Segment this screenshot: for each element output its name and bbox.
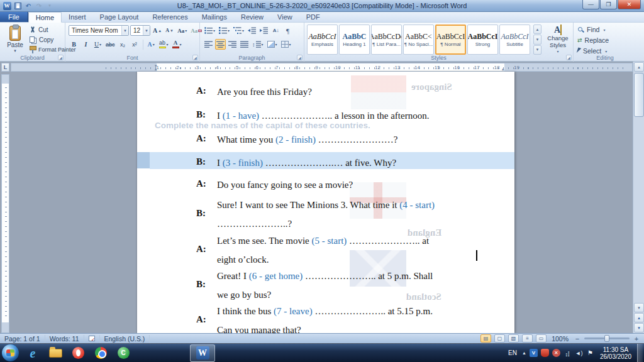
- zoom-in-button[interactable]: +: [633, 335, 640, 343]
- multilevel-list-button[interactable]: ▾: [232, 25, 245, 36]
- action-center-flag-icon[interactable]: ⚑: [586, 349, 594, 357]
- style-heading-1[interactable]: AaBbCHeading 1: [339, 25, 370, 55]
- unikey-icon[interactable]: V: [530, 349, 538, 357]
- scroll-up-button[interactable]: ▲: [634, 62, 644, 72]
- tab-mailings[interactable]: Mailings: [195, 12, 234, 22]
- document-page[interactable]: SingaporeComplete the names of the capit…: [137, 72, 514, 333]
- tab-file[interactable]: File: [0, 12, 28, 22]
- volume-icon[interactable]: ◄): [575, 349, 583, 357]
- opera-taskbar-icon[interactable]: [67, 344, 89, 362]
- ie-taskbar-icon[interactable]: e: [21, 344, 44, 362]
- hidden-icons-arrow[interactable]: ▲: [522, 351, 526, 355]
- word-logo-icon[interactable]: W: [3, 2, 11, 10]
- dialogue-text[interactable]: What time you (2 - finish) ……………………?: [217, 133, 507, 146]
- dialogue-text[interactable]: Do you fancy going to see a movie?: [217, 178, 507, 191]
- strikethrough-button[interactable]: abc: [104, 39, 116, 50]
- style-emphasis[interactable]: AaBbCcIEmphasis: [307, 25, 338, 55]
- zoom-slider-thumb[interactable]: [604, 335, 609, 342]
- start-button[interactable]: [2, 344, 19, 361]
- zoom-level[interactable]: 100%: [552, 335, 569, 343]
- clipboard-dialog-launcher[interactable]: ◢: [58, 55, 64, 60]
- scrollbar-thumb[interactable]: [634, 73, 644, 117]
- align-left-button[interactable]: [203, 39, 214, 50]
- language-status[interactable]: English (U.S.): [100, 335, 150, 343]
- dialogue-text[interactable]: I (1 - have) ………………….. a lesson in the a…: [217, 109, 507, 122]
- borders-button[interactable]: ▾: [280, 39, 292, 50]
- font-name-combo[interactable]: Times New Rom▼: [69, 25, 129, 36]
- show-desktop-button[interactable]: [637, 344, 643, 362]
- proofing-status[interactable]: [84, 335, 100, 343]
- close-button[interactable]: ✕: [618, 0, 641, 9]
- numbering-button[interactable]: ▾: [218, 25, 231, 36]
- shrink-font-button[interactable]: A▼: [164, 25, 175, 36]
- highlight-color-button[interactable]: ab▾: [158, 39, 170, 50]
- tab-insert[interactable]: Insert: [62, 12, 93, 22]
- change-styles-button[interactable]: A Change Styles ▾: [543, 25, 572, 55]
- find-button[interactable]: Find▾: [577, 25, 609, 34]
- line-spacing-button[interactable]: ↕ ▾: [251, 39, 265, 50]
- outline-view-button[interactable]: ≡: [522, 334, 533, 343]
- alert-x-icon[interactable]: ✕: [552, 349, 560, 357]
- word-taskbar-button[interactable]: W: [190, 344, 215, 362]
- style-strong[interactable]: AaBbCcIStrong: [467, 25, 498, 55]
- document-area[interactable]: SingaporeComplete the names of the capit…: [0, 62, 633, 333]
- dialogue-text[interactable]: I (3 - finish) ………………….… at five. Why?: [217, 156, 507, 169]
- styles-scroll-down[interactable]: ▼: [533, 35, 541, 44]
- increase-indent-button[interactable]: [258, 25, 269, 36]
- coccoc-taskbar-icon[interactable]: C: [112, 344, 135, 362]
- styles-dialog-launcher[interactable]: ◢: [566, 55, 572, 60]
- undo-icon[interactable]: ↶: [24, 2, 33, 10]
- tab-view[interactable]: View: [270, 12, 299, 22]
- select-button[interactable]: Select▾: [577, 47, 609, 55]
- tab-references[interactable]: References: [145, 12, 194, 22]
- align-center-button[interactable]: [215, 39, 226, 50]
- show-paragraph-marks-button[interactable]: ¶: [282, 25, 293, 36]
- titlebar[interactable]: W ↶ ↷ ▾ U8-_TA8_MOI-_BT_ONLINE_5-26-3-20…: [0, 0, 644, 12]
- scroll-down-button[interactable]: ▼: [634, 303, 644, 312]
- underline-button[interactable]: U▾: [92, 39, 103, 50]
- style-no-spaci[interactable]: AaBbC<¶ No Spaci...: [403, 25, 434, 55]
- dialogue-text[interactable]: I think the bus (7 - leave) ………………….. at…: [217, 305, 507, 333]
- next-page-button[interactable]: ▼: [634, 323, 644, 332]
- subscript-button[interactable]: x₂: [118, 39, 128, 50]
- sort-button[interactable]: A↓: [270, 25, 281, 36]
- style-subtitle[interactable]: AaBbCcISubtitle: [499, 25, 530, 55]
- draft-view-button[interactable]: ▭: [536, 334, 547, 343]
- paragraph-dialog-launcher[interactable]: ◢: [297, 55, 303, 60]
- chrome-taskbar-icon[interactable]: [89, 344, 112, 362]
- decrease-indent-button[interactable]: [247, 25, 257, 36]
- font-color-button[interactable]: A▾: [171, 39, 183, 50]
- fullscreen-view-button[interactable]: ▢: [494, 334, 505, 343]
- styles-scroll-up[interactable]: ▲: [533, 25, 541, 34]
- replace-button[interactable]: ⇄Replace: [577, 36, 609, 45]
- zoom-out-button[interactable]: −: [574, 335, 581, 343]
- maximize-button[interactable]: ❐: [600, 0, 617, 9]
- tab-pdf[interactable]: PDF: [299, 12, 327, 22]
- italic-button[interactable]: I: [80, 39, 91, 50]
- vertical-scrollbar[interactable]: ▲ ▼ ▲ ▼: [633, 62, 644, 333]
- dialogue-text[interactable]: Great! I (6 - get home) ………………….. at 5 p…: [217, 270, 507, 301]
- previous-page-button[interactable]: ▲: [634, 313, 644, 322]
- styles-more-button[interactable]: ▼: [533, 45, 541, 55]
- page-indicator[interactable]: Page: 1 of 1: [0, 335, 45, 343]
- clock[interactable]: 11:30 SA 26/03/2020: [597, 346, 634, 360]
- redo-icon[interactable]: ↷: [35, 2, 43, 10]
- minimize-button[interactable]: —: [582, 0, 599, 9]
- dialogue-text[interactable]: Are you free this Friday?: [217, 85, 507, 98]
- explorer-taskbar-icon[interactable]: [44, 344, 67, 362]
- dialogue-text[interactable]: Let’s me see. The movie (5 - start) ……………: [217, 234, 507, 266]
- change-case-button[interactable]: Aa▾: [176, 25, 188, 36]
- tab-review[interactable]: Review: [234, 12, 270, 22]
- paste-button[interactable]: Paste ▾: [2, 25, 28, 53]
- save-icon[interactable]: [13, 2, 22, 10]
- bold-button[interactable]: B: [69, 39, 79, 50]
- shading-button[interactable]: ▾: [266, 39, 279, 50]
- bullets-button[interactable]: ▾: [203, 25, 216, 36]
- font-dialog-launcher[interactable]: ◢: [192, 55, 198, 60]
- style-normal[interactable]: AaBbCcI¶ Normal: [435, 25, 466, 55]
- superscript-button[interactable]: x²: [130, 39, 140, 50]
- antivirus-shield-icon[interactable]: [541, 349, 549, 357]
- font-size-combo[interactable]: 12▼: [130, 25, 150, 36]
- tab-page-layout[interactable]: Page Layout: [93, 12, 146, 22]
- dialogue-text[interactable]: Sure! I want to see The Minions 3. What …: [217, 199, 507, 230]
